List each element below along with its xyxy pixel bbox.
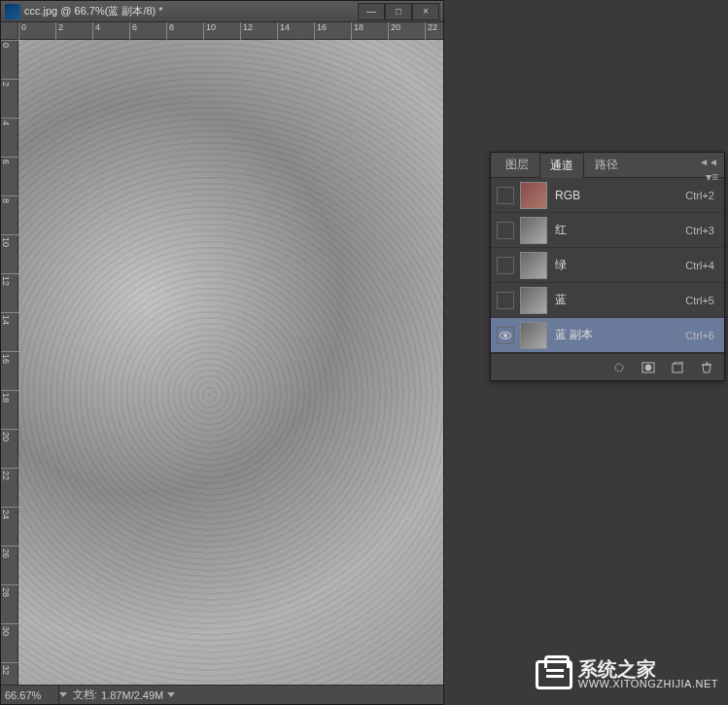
ruler-tick: 4 [1,118,18,125]
channel-thumbnail [520,217,547,244]
ruler-tick: 16 [1,351,18,364]
ruler-tick: 0 [1,40,18,48]
channels-panel: ◄◄ ▾≡ 图层通道路径 RGBCtrl+2红Ctrl+3绿Ctrl+4蓝Ctr… [490,152,725,381]
save-mask-icon[interactable] [641,361,656,374]
watermark: 系统之家 WWW.XITONGZHIJIA.NET [536,659,718,689]
watermark-logo-icon [536,660,572,689]
channel-thumbnail [520,287,547,314]
svg-point-2 [645,365,651,370]
ruler-tick: 22 [425,22,437,40]
channel-shortcut: Ctrl+6 [685,330,714,341]
visibility-toggle[interactable] [497,257,514,274]
ruler-origin[interactable] [1,22,18,40]
ruler-tick: 18 [351,22,364,40]
channel-shortcut: Ctrl+5 [685,295,714,306]
document-info[interactable]: 文档: 1.87M/2.49M [67,687,181,702]
channel-item[interactable]: 蓝Ctrl+5 [491,283,724,318]
ruler-tick: 14 [277,22,290,40]
channel-name: 绿 [555,257,685,273]
delete-channel-icon[interactable] [699,361,714,374]
watermark-cn: 系统之家 [578,659,718,679]
svg-rect-3 [673,364,682,372]
channel-name: 蓝 副本 [555,327,685,343]
channel-shortcut: Ctrl+2 [685,190,714,201]
ruler-tick: 6 [1,157,18,164]
ruler-tick: 14 [1,312,18,325]
ruler-tick: 22 [1,468,18,480]
channel-name: 蓝 [555,292,685,308]
ruler-tick: 12 [240,22,253,40]
ruler-tick: 26 [1,546,18,558]
ruler-tick: 20 [1,429,18,441]
ruler-tick: 2 [1,79,18,87]
panel-footer [491,353,724,380]
ruler-vertical[interactable]: 02468101214161820222426283032 [1,40,18,685]
ruler-tick: 8 [1,195,18,203]
visibility-toggle[interactable] [497,292,514,309]
status-bar: 66.67% 文档: 1.87M/2.49M [1,685,443,704]
ruler-tick: 0 [18,22,26,40]
ruler-tick: 24 [1,507,18,519]
doc-info-label: 文档: [73,687,97,702]
ruler-tick: 28 [1,584,18,597]
canvas-area[interactable] [18,40,443,685]
channel-item[interactable]: 绿Ctrl+4 [491,248,724,283]
channel-list: RGBCtrl+2红Ctrl+3绿Ctrl+4蓝Ctrl+5蓝 副本Ctrl+6 [491,178,724,353]
ruler-tick: 6 [129,22,137,40]
new-channel-icon[interactable] [670,361,685,374]
ruler-tick: 8 [166,22,174,40]
channel-name: RGB [555,189,685,202]
visibility-toggle[interactable] [497,327,514,344]
info-dropdown-icon[interactable] [167,692,175,697]
channel-shortcut: Ctrl+3 [685,225,714,236]
load-selection-icon[interactable] [611,361,627,374]
ruler-tick: 10 [1,234,18,247]
maximize-button[interactable]: □ [385,3,412,20]
zoom-dropdown-icon[interactable] [59,692,67,697]
panel-menu-icon[interactable]: ▾≡ [706,170,718,184]
channel-item[interactable]: 红Ctrl+3 [491,213,724,248]
ruler-tick: 4 [92,22,100,40]
ruler-tick: 16 [314,22,327,40]
channel-thumbnail [520,252,547,279]
window-controls: — □ × [358,3,439,20]
minimize-button[interactable]: — [358,3,385,20]
ruler-tick: 20 [388,22,400,40]
channel-item[interactable]: RGBCtrl+2 [491,178,724,213]
channel-shortcut: Ctrl+4 [685,260,714,271]
visibility-toggle[interactable] [497,187,514,204]
ruler-horizontal[interactable]: 0246810121416182022 [18,22,443,40]
channel-name: 红 [555,222,685,238]
panel-tabs: 图层通道路径 [491,153,724,178]
panel-collapse-icon[interactable]: ◄◄ [699,157,718,167]
tab-paths[interactable]: 路径 [584,152,629,177]
ruler-tick: 30 [1,623,18,636]
eye-icon [500,332,511,339]
channel-thumbnail [520,322,547,349]
svg-point-0 [615,364,623,371]
ruler-tick: 32 [1,662,18,675]
ruler-tick: 12 [1,273,18,286]
ruler-tick: 10 [203,22,216,40]
zoom-level[interactable]: 66.67% [1,686,59,704]
document-titlebar[interactable]: ccc.jpg @ 66.7%(蓝 副本/8) * — □ × [1,1,443,22]
doc-info-value: 1.87M/2.49M [101,689,163,701]
watermark-url: WWW.XITONGZHIJIA.NET [578,679,718,689]
ruler-tick: 2 [55,22,63,40]
channel-item[interactable]: 蓝 副本Ctrl+6 [491,318,724,353]
canvas-image [18,40,443,685]
tab-layers[interactable]: 图层 [495,152,539,177]
ruler-tick: 18 [1,390,18,403]
close-button[interactable]: × [412,3,439,20]
tab-channels[interactable]: 通道 [539,153,584,178]
app-icon [5,4,20,19]
visibility-toggle[interactable] [497,222,514,239]
channel-thumbnail [520,182,547,209]
document-title: ccc.jpg @ 66.7%(蓝 副本/8) * [24,4,358,18]
document-window: ccc.jpg @ 66.7%(蓝 副本/8) * — □ × 02468101… [0,0,444,705]
